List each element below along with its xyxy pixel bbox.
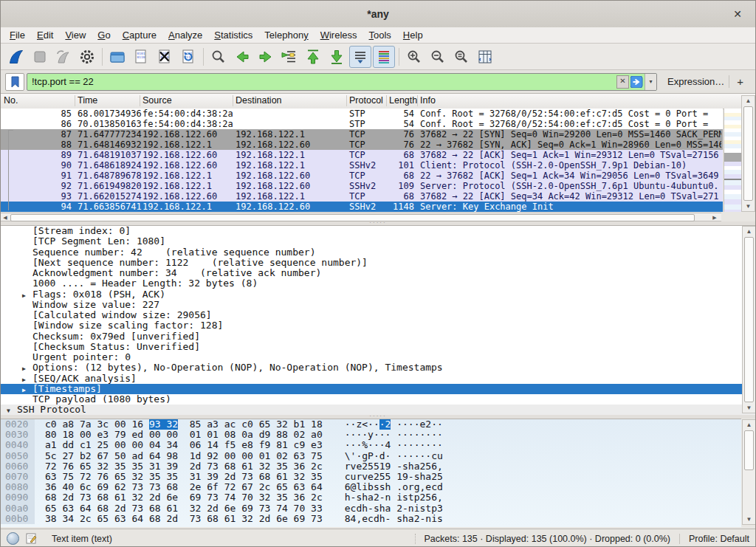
packet-list-minimap[interactable]	[724, 109, 742, 212]
menu-telephony[interactable]: Telephony	[258, 27, 314, 43]
detail-line[interactable]: ▶[SEQ/ACK analysis]	[1, 374, 755, 384]
packet-row-87[interactable]: 8771.647777234192.168.122.60192.168.122.…	[1, 129, 723, 140]
scrollbar-thumb[interactable]	[743, 106, 753, 201]
scroll-down-icon[interactable]: ▼	[743, 403, 755, 413]
packet-row-86[interactable]: 8670.013850163fe:54:00:d4:38:2aSTP54Conf…	[1, 119, 723, 129]
detail-line[interactable]: Acknowledgment number: 34 (relative ack …	[1, 268, 755, 278]
scrollbar-thumb[interactable]	[744, 430, 754, 470]
detail-line[interactable]: [Next sequence number: 1122 (relative se…	[1, 258, 755, 268]
scroll-left-icon[interactable]: ◀	[1, 213, 10, 221]
go-to-packet-button[interactable]	[278, 46, 300, 68]
menu-statistics[interactable]: Statistics	[208, 27, 258, 43]
go-bottom-button[interactable]	[326, 46, 348, 68]
menu-edit[interactable]: Edit	[31, 27, 59, 43]
zoom-out-button[interactable]	[427, 46, 449, 68]
detail-line[interactable]: Checksum: 0x79ed [unverified]	[1, 331, 755, 342]
scrollbar-thumb[interactable]	[744, 237, 754, 402]
expert-info-icon[interactable]	[7, 532, 19, 545]
detail-line[interactable]: Sequence number: 42 (relative sequence n…	[1, 247, 755, 258]
column-header-time[interactable]: Time	[78, 94, 97, 108]
menu-file[interactable]: File	[4, 27, 31, 43]
scrollbar-thumb[interactable]	[10, 214, 695, 221]
column-separator[interactable]	[233, 95, 233, 106]
scroll-up-icon[interactable]: ▲	[743, 420, 755, 430]
collapsed-arrow-icon[interactable]: ▶	[22, 291, 32, 300]
title-bar[interactable]: *any ✕	[1, 1, 755, 28]
packet-list-header[interactable]: No.TimeSourceDestinationProtocolLengthIn…	[1, 94, 755, 109]
scroll-down-icon[interactable]: ▼	[742, 202, 755, 211]
hex-row-00a0[interactable]: 00a065 63 64 68 2d 73 68 61 32 2d 6e 69 …	[1, 503, 741, 514]
column-separator[interactable]	[417, 95, 418, 106]
collapsed-arrow-icon[interactable]: ▶	[22, 375, 32, 384]
restart-capture-button[interactable]	[52, 46, 75, 68]
close-file-button[interactable]: 01010110	[154, 46, 176, 68]
zoom-reset-button[interactable]	[450, 46, 472, 68]
menu-wireless[interactable]: Wireless	[315, 27, 363, 43]
packet-row-88[interactable]: 8871.648146932192.168.122.1192.168.122.6…	[1, 140, 723, 150]
filter-dropdown-icon[interactable]: ▾	[645, 74, 656, 90]
menu-help[interactable]: Help	[397, 27, 429, 43]
detail-line[interactable]: ▶Options: (12 bytes), No-Operation (NOP)…	[1, 362, 755, 373]
detail-line[interactable]: [Stream index: 0]	[1, 226, 755, 236]
menu-capture[interactable]: Capture	[117, 27, 162, 43]
collapsed-arrow-icon[interactable]: ▶	[22, 364, 32, 373]
column-header-length[interactable]: Length	[389, 94, 417, 108]
reload-file-button[interactable]: 01010110	[177, 46, 199, 68]
packet-row-89[interactable]: 8971.648191037192.168.122.60192.168.122.…	[1, 150, 723, 160]
zoom-in-button[interactable]	[403, 46, 425, 68]
resize-columns-button[interactable]	[474, 46, 496, 68]
column-header-no[interactable]: No.	[4, 94, 18, 108]
display-filter-input[interactable]	[27, 74, 616, 90]
hex-row-0030[interactable]: 003080 18 00 e3 79 ed 00 00 01 01 08 0a …	[1, 430, 741, 440]
close-icon[interactable]: ✕	[727, 1, 748, 27]
scroll-down-icon[interactable]: ▼	[743, 515, 755, 524]
detail-line[interactable]: [Calculated window size: 29056]	[1, 310, 755, 320]
filter-add-button[interactable]: +	[729, 75, 751, 88]
hex-row-0070[interactable]: 007063 75 72 76 65 32 35 35 31 39 2d 73 …	[1, 472, 741, 482]
hex-vertical-scrollbar[interactable]: ▲ ▼	[742, 419, 756, 525]
menu-analyze[interactable]: Analyze	[162, 27, 208, 43]
scroll-right-icon[interactable]: ▶	[710, 213, 719, 221]
scroll-up-icon[interactable]: ▲	[743, 227, 755, 236]
packet-list-horizontal-scrollbar[interactable]: ◀ ▶	[1, 213, 721, 221]
find-packet-button[interactable]	[207, 46, 230, 68]
menu-tools[interactable]: Tools	[363, 27, 397, 43]
colorize-button[interactable]	[373, 46, 395, 68]
column-separator[interactable]	[386, 95, 387, 106]
go-forward-button[interactable]	[255, 46, 277, 68]
detail-line[interactable]: ▶[Timestamps]	[1, 384, 755, 394]
column-separator[interactable]	[346, 95, 347, 106]
detail-line[interactable]: Urgent pointer: 0	[1, 352, 755, 362]
packet-row-93[interactable]: 9371.662015274192.168.122.60192.168.122.…	[1, 191, 723, 202]
collapsed-arrow-icon[interactable]: ▶	[22, 385, 32, 394]
status-profile[interactable]: Profile: Default	[679, 534, 749, 544]
detail-line[interactable]: 1000 .... = Header Length: 32 bytes (8)	[1, 278, 755, 289]
hex-row-0090[interactable]: 009068 2d 73 68 61 32 2d 6e 69 73 74 70 …	[1, 492, 741, 503]
packet-row-91[interactable]: 9171.648789678192.168.122.1192.168.122.6…	[1, 171, 723, 181]
packet-row-90[interactable]: 9071.648618924192.168.122.60192.168.122.…	[1, 160, 723, 171]
packet-row-94[interactable]: 9471.663856741192.168.122.1192.168.122.6…	[1, 202, 723, 212]
column-separator[interactable]	[140, 95, 140, 106]
filter-bookmark-button[interactable]	[5, 73, 24, 91]
stop-capture-button[interactable]	[29, 46, 51, 68]
save-file-button[interactable]: 01010110	[130, 46, 152, 68]
auto-scroll-button[interactable]	[349, 46, 371, 68]
open-file-button[interactable]	[106, 46, 128, 68]
detail-line[interactable]: [Window size scaling factor: 128]	[1, 320, 755, 331]
hex-dump-pane[interactable]: 0020c0 a8 7a 3c 00 16 93 32 85 a3 ac c0 …	[1, 419, 741, 527]
hex-row-0060[interactable]: 006072 76 65 32 35 35 31 39 2d 73 68 61 …	[1, 461, 741, 472]
detail-line[interactable]: ▶Flags: 0x018 (PSH, ACK)	[1, 289, 755, 300]
go-top-button[interactable]	[302, 46, 324, 68]
expression-button[interactable]: Expression…	[667, 76, 724, 87]
packet-row-92[interactable]: 9271.661949820192.168.122.1192.168.122.6…	[1, 181, 723, 191]
column-separator[interactable]	[75, 95, 75, 106]
menu-view[interactable]: View	[59, 27, 92, 43]
detail-line[interactable]: TCP payload (1080 bytes)	[1, 394, 755, 405]
start-capture-button[interactable]	[5, 46, 27, 68]
details-vertical-scrollbar[interactable]: ▲ ▼	[742, 226, 756, 413]
capture-comment-icon[interactable]	[26, 533, 37, 544]
packet-row-85[interactable]: 8568.001734936fe:54:00:d4:38:2aSTP54Conf…	[1, 109, 723, 119]
hex-row-0040[interactable]: 0040a1 dd c1 25 00 00 04 34 06 14 f5 e8 …	[1, 440, 741, 450]
hex-row-00b0[interactable]: 00b038 34 2c 65 63 64 68 2d 73 68 61 32 …	[1, 514, 741, 524]
menu-go[interactable]: Go	[92, 27, 116, 43]
